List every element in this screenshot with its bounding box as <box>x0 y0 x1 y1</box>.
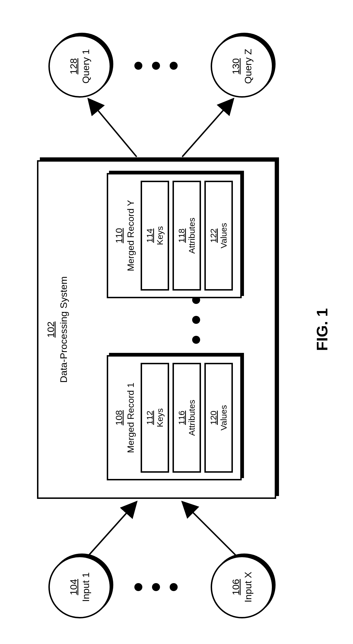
ref-number: 118 <box>177 186 186 286</box>
cell-keys: 114 Keys <box>141 181 169 291</box>
svg-line-0 <box>88 502 137 556</box>
cell-label: Keys <box>155 368 165 468</box>
ref-number: 108 <box>114 363 124 473</box>
node-label: Query 1 <box>80 49 91 84</box>
cell-label: Attributes <box>187 186 197 286</box>
merged-record-y: 110 Merged Record Y 114 Keys 118 Attribu… <box>107 173 242 298</box>
node-label: Input 1 <box>80 572 91 602</box>
ellipsis-icon <box>134 583 178 591</box>
cell-label: Keys <box>155 186 165 286</box>
ref-number: 110 <box>114 181 124 291</box>
ref-number: 112 <box>145 368 155 468</box>
ellipsis-icon <box>134 62 178 70</box>
cell-keys: 112 Keys <box>141 363 169 473</box>
node-label: Input X <box>243 572 254 602</box>
input-node-x: 106 Input X <box>211 556 273 618</box>
ref-number: 128 <box>68 58 79 75</box>
input-node-1: 104 Input 1 <box>48 556 111 618</box>
system-label: Data-Processing System <box>58 164 69 495</box>
ref-number: 106 <box>230 579 241 595</box>
cell-values: 122 Values <box>204 181 233 291</box>
svg-line-3 <box>182 99 233 157</box>
record-header: 110 Merged Record Y <box>114 181 136 291</box>
ref-number: 102 <box>45 164 56 495</box>
ref-number: 114 <box>145 186 155 286</box>
ref-number: 130 <box>230 58 241 75</box>
cell-values: 120 Values <box>204 363 233 473</box>
svg-line-2 <box>88 99 137 157</box>
merged-record-1: 108 Merged Record 1 112 Keys 116 Attribu… <box>107 355 242 480</box>
ref-number: 122 <box>209 186 218 286</box>
record-label: Merged Record 1 <box>126 363 136 473</box>
cell-label: Attributes <box>187 368 197 468</box>
ref-number: 116 <box>177 368 186 468</box>
record-label: Merged Record Y <box>126 181 136 291</box>
record-header: 108 Merged Record 1 <box>114 363 136 473</box>
system-header: 102 Data-Processing System <box>38 162 71 497</box>
cell-label: Values <box>219 186 229 286</box>
cell-label: Values <box>219 368 229 468</box>
query-node-1: 128 Query 1 <box>48 35 111 98</box>
figure-caption: FIG. 1 <box>313 308 331 351</box>
cell-attributes: 116 Attributes <box>173 363 201 473</box>
ref-number: 120 <box>209 368 218 468</box>
svg-line-1 <box>182 502 236 556</box>
node-label: Query Z <box>243 49 254 84</box>
ellipsis-icon <box>192 296 200 344</box>
cell-attributes: 118 Attributes <box>173 181 201 291</box>
data-processing-system-box: 102 Data-Processing System 108 Merged Re… <box>37 160 276 499</box>
ref-number: 104 <box>68 579 79 595</box>
query-node-z: 130 Query Z <box>211 35 273 98</box>
